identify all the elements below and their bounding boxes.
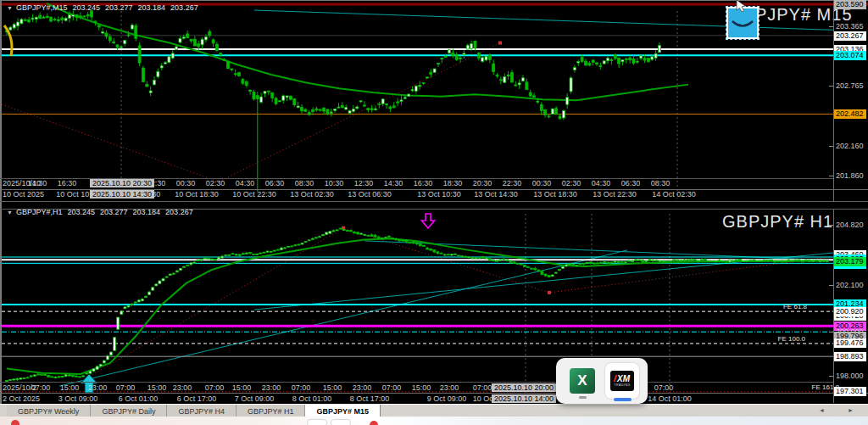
y-axis-label: 198.893	[834, 352, 866, 361]
time-axis-label: 06:30	[621, 179, 641, 187]
h1-chart-header: ▼GBPJPY#,H1203.245203.277203.184203.267	[7, 208, 198, 216]
time-axis-label: 02:30	[206, 179, 225, 187]
time-axis-label: 6 Oct 01:00	[119, 394, 159, 403]
time-axis-date: 10 Oct 2025	[3, 190, 44, 199]
time-axis-label: 06:30	[265, 179, 285, 187]
close-value: 203.267	[170, 3, 198, 12]
mt4-workspace: ▼GBPJPY#,M15203.245203.277203.184203.267…	[0, 0, 868, 425]
symbol-period: GBPJPY#,M15	[16, 3, 68, 12]
taskbar-app-pill[interactable]	[307, 419, 327, 425]
time-axis-label: 08:30	[651, 179, 670, 187]
time-axis-label: 13 Oct 18:30	[533, 190, 577, 199]
time-axis-label: 14 Oct 01:00	[648, 394, 692, 403]
time-axis-label: 15:00	[323, 383, 342, 392]
chart-separator-top	[0, 201, 868, 202]
y-axis-label: 200.920	[834, 307, 866, 316]
tab-gbpjpy-m15[interactable]: GBPJPY# M15	[305, 405, 381, 417]
open-value: 203.245	[67, 208, 95, 216]
taskbar-app-pill[interactable]	[331, 419, 351, 425]
time-axis-label: 16:30	[58, 179, 77, 187]
high-value: 203.277	[105, 3, 133, 12]
time-axis-label: 07:00	[292, 383, 311, 392]
tab-gbpjpy-h1[interactable]: GBPJPY# H1	[236, 405, 306, 417]
time-axis-label: 15:00	[147, 383, 167, 392]
time-axis-label: 20:30	[473, 179, 492, 187]
time-axis-label: 04:30	[236, 179, 255, 187]
taskbar-red-badge	[11, 420, 19, 425]
y-axis-label: 202.765	[834, 81, 866, 91]
time-axis-label: 23:00	[440, 383, 459, 392]
m15-chart-header: ▼GBPJPY#,M15203.245203.277203.184203.267	[7, 3, 203, 12]
time-axis-label: 7 Oct 09:00	[235, 394, 275, 403]
y-axis-label: 202.482	[834, 109, 866, 119]
time-axis-label: 13 Oct 10:30	[417, 190, 461, 199]
y-axis-label: 203.590	[834, 0, 866, 9]
tab-scroll-left-button[interactable]: ◄	[819, 407, 825, 413]
time-axis-label: 07:00	[654, 383, 674, 392]
time-axis-label: 00:30	[176, 179, 196, 187]
taskbar-red-badge	[370, 421, 378, 425]
time-axis-label: 07:00	[116, 383, 136, 392]
crosshair-time-box: 2025.10.10 20:00	[492, 383, 556, 392]
collapse-icon[interactable]: ▼	[7, 5, 13, 11]
time-axis-label: 02:30	[562, 179, 581, 187]
excel-running-indicator	[579, 396, 587, 399]
time-axis-label: 8 Oct 01:00	[292, 394, 332, 403]
low-value: 203.184	[133, 208, 161, 216]
time-axis-label: 10:30	[325, 179, 344, 187]
h1-axis-row-divider	[0, 393, 868, 394]
tab-gbpjpy-h4[interactable]: GBPJPY# H4	[167, 405, 236, 417]
y-axis-label: 202.160	[834, 142, 866, 151]
chart-tab-bar: GBPJPY# WeeklyGBPJPY# DailyGBPJPY# H4GBP…	[0, 404, 868, 417]
open-value: 203.245	[72, 3, 100, 12]
y-axis-label: 198.000	[834, 372, 866, 381]
window-left-border	[0, 0, 2, 404]
xm-trading-icon[interactable]: XM TRADING	[605, 363, 639, 399]
close-value: 203.267	[165, 208, 193, 216]
h1-axis-line	[0, 382, 833, 383]
time-axis-label: 08:30	[295, 179, 314, 187]
time-axis-label: 07:00	[31, 383, 51, 392]
tab-scroll-right-button[interactable]: ►	[848, 407, 854, 413]
crosshair-time-box: 2025.10.10 14:00	[492, 394, 556, 403]
y-axis-label: 203.267	[834, 31, 866, 41]
time-axis-label: 6 Oct 17:00	[177, 394, 217, 403]
tab-gbpjpy-weekly[interactable]: GBPJPY# Weekly	[7, 405, 91, 417]
time-axis-label: 13 Oct 06:30	[348, 190, 392, 199]
y-axis-label: 204.820	[834, 221, 866, 230]
crosshair-time-box: 2025.10.10 20:30	[90, 179, 154, 187]
os-taskbar[interactable]	[0, 417, 868, 425]
fibo-expansion-label: FE 161.8	[812, 383, 839, 391]
time-axis-date: 2 Oct 2025	[3, 394, 40, 403]
fibo-expansion-label: FE 61.8	[783, 303, 807, 310]
time-axis-label: 13 Oct 22:30	[593, 190, 637, 199]
collapse-icon[interactable]: ▼	[7, 210, 13, 215]
time-axis-label: 07:00	[473, 383, 492, 392]
excel-icon[interactable]: X	[570, 368, 595, 394]
time-axis-label: 13 Oct 02:30	[290, 190, 334, 199]
xm-logo: XM TRADING	[610, 371, 634, 391]
time-axis-label: 15:00	[232, 383, 252, 392]
time-axis-label: 15:00	[60, 383, 80, 392]
y-axis-label: 202.100	[834, 281, 866, 290]
time-axis-label: 14:30	[28, 179, 47, 187]
y-axis-label: 201.860	[834, 171, 866, 181]
time-axis-label: 00:30	[532, 179, 552, 187]
fibo-expansion-label: FE 100.0	[778, 335, 805, 343]
y-axis-label: 203.365	[834, 22, 866, 31]
time-axis-label: 16:30	[414, 179, 433, 187]
time-axis-label: 14:30	[384, 179, 403, 187]
time-axis-label: 07:00	[382, 383, 402, 392]
tab-gbpjpy-daily[interactable]: GBPJPY# Daily	[91, 405, 167, 417]
h1-watermark: GBPJPY# H1	[722, 212, 833, 232]
time-axis-label: 8 Oct 17:00	[350, 394, 390, 403]
mouse-cursor-icon	[734, 0, 748, 14]
high-value: 203.277	[100, 208, 128, 216]
time-axis-label: 23:00	[262, 383, 281, 392]
time-axis-label: 04:30	[592, 179, 611, 187]
time-axis-label: 07:00	[205, 383, 225, 392]
time-axis-label: 22:30	[503, 179, 522, 187]
time-axis-label: 15:00	[412, 383, 431, 392]
time-axis-label: 23:00	[353, 383, 372, 392]
xm-active-indicator	[614, 398, 632, 401]
